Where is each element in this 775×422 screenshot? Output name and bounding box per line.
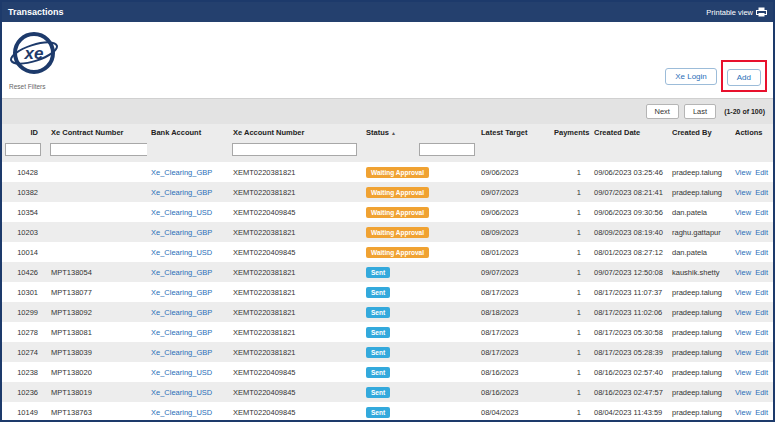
cell-payments: 1 [550, 242, 590, 262]
status-badge: Sent [366, 367, 390, 378]
reset-filters-link[interactable]: Reset Filters [9, 83, 59, 90]
contract-number-filter-input[interactable] [50, 143, 147, 156]
column-header-status[interactable]: Status▲ [362, 124, 477, 141]
pagination-bar: Next Last (1-20 of 100) [2, 98, 773, 124]
cell-payments: 1 [550, 362, 590, 382]
cell-payments: 1 [550, 262, 590, 282]
status-filter-input[interactable] [419, 143, 475, 156]
bank-account-link[interactable]: Xe_Clearing_GBP [147, 282, 229, 302]
id-filter-input[interactable] [5, 143, 41, 156]
status-badge: Sent [366, 407, 390, 418]
table-row: 10203 Xe_Clearing_GBP XEMT0220381821 Wai… [2, 222, 773, 242]
view-link[interactable]: View [735, 328, 751, 337]
view-link[interactable]: View [735, 368, 751, 377]
cell-account-number: XEMT0220409845 [229, 382, 362, 402]
edit-link[interactable]: Edit [755, 188, 768, 197]
cell-status: Sent [362, 342, 477, 362]
edit-link[interactable]: Edit [755, 388, 768, 397]
table-row: 10014 Xe_Clearing_USD XEMT0220409845 Wai… [2, 242, 773, 262]
cell-latest-target: 09/06/2023 [477, 202, 550, 222]
edit-link[interactable]: Edit [755, 168, 768, 177]
bank-account-link[interactable]: Xe_Clearing_USD [147, 362, 229, 382]
cell-status: Sent [362, 262, 477, 282]
bank-account-link[interactable]: Xe_Clearing_USD [147, 402, 229, 422]
bank-account-link[interactable]: Xe_Clearing_GBP [147, 182, 229, 202]
column-header-created-by[interactable]: Created By [668, 124, 731, 141]
view-link[interactable]: View [735, 168, 751, 177]
bank-account-link[interactable]: Xe_Clearing_USD [147, 382, 229, 402]
printable-view-link[interactable]: Printable view [706, 7, 767, 17]
cell-status: Sent [362, 302, 477, 322]
account-number-filter-input[interactable] [232, 143, 357, 156]
cell-latest-target: 09/07/2023 [477, 182, 550, 202]
edit-link[interactable]: Edit [755, 368, 768, 377]
cell-account-number: XEMT0220381821 [229, 182, 362, 202]
cell-contract-number: MPT138054 [47, 262, 147, 282]
cell-actions: ViewEdit [731, 202, 773, 222]
cell-actions: ViewEdit [731, 242, 773, 262]
edit-link[interactable]: Edit [755, 348, 768, 357]
cell-created-date: 08/17/2023 05:28:39 [590, 342, 668, 362]
cell-created-date: 08/04/2023 11:43:59 [590, 402, 668, 422]
cell-id: 10426 [2, 262, 47, 282]
edit-link[interactable]: Edit [755, 248, 768, 257]
column-header-account-number[interactable]: Xe Account Number [229, 124, 362, 141]
edit-link[interactable]: Edit [755, 288, 768, 297]
column-header-actions: Actions [731, 124, 773, 141]
edit-link[interactable]: Edit [755, 328, 768, 337]
cell-created-by: pradeep.talung [668, 342, 731, 362]
view-link[interactable]: View [735, 248, 751, 257]
bank-account-link[interactable]: Xe_Clearing_GBP [147, 262, 229, 282]
view-link[interactable]: View [735, 208, 751, 217]
view-link[interactable]: View [735, 288, 751, 297]
column-header-bank-account[interactable]: Bank Account [147, 124, 229, 141]
cell-created-date: 09/06/2023 03:25:46 [590, 162, 668, 182]
bank-account-link[interactable]: Xe_Clearing_GBP [147, 322, 229, 342]
bank-account-link[interactable]: Xe_Clearing_GBP [147, 222, 229, 242]
bank-account-link[interactable]: Xe_Clearing_GBP [147, 342, 229, 362]
edit-link[interactable]: Edit [755, 228, 768, 237]
view-link[interactable]: View [735, 228, 751, 237]
view-link[interactable]: View [735, 188, 751, 197]
add-button[interactable]: Add [727, 69, 761, 86]
column-header-created-date[interactable]: Created Date [590, 124, 668, 141]
cell-status: Waiting Approval [362, 162, 477, 182]
column-header-contract-number[interactable]: Xe Contract Number [47, 124, 147, 141]
column-header-id[interactable]: ID [2, 124, 47, 141]
last-page-button[interactable]: Last [684, 104, 716, 119]
bank-account-link[interactable]: Xe_Clearing_GBP [147, 302, 229, 322]
cell-id: 10299 [2, 302, 47, 322]
cell-latest-target: 08/16/2023 [477, 362, 550, 382]
edit-link[interactable]: Edit [755, 308, 768, 317]
view-link[interactable]: View [735, 408, 751, 417]
column-header-payments[interactable]: Payments [550, 124, 590, 141]
table-header-row: ID Xe Contract Number Bank Account Xe Ac… [2, 124, 773, 141]
edit-link[interactable]: Edit [755, 268, 768, 277]
view-link[interactable]: View [735, 348, 751, 357]
edit-link[interactable]: Edit [755, 408, 768, 417]
cell-payments: 1 [550, 222, 590, 242]
cell-latest-target: 08/17/2023 [477, 322, 550, 342]
transactions-table: ID Xe Contract Number Bank Account Xe Ac… [2, 124, 773, 422]
bank-account-link[interactable]: Xe_Clearing_USD [147, 202, 229, 222]
view-link[interactable]: View [735, 308, 751, 317]
view-link[interactable]: View [735, 268, 751, 277]
cell-created-by: dan.patela [668, 242, 731, 262]
table-row: 10428 Xe_Clearing_GBP XEMT0220381821 Wai… [2, 162, 773, 182]
cell-id: 10149 [2, 402, 47, 422]
cell-account-number: XEMT0220381821 [229, 222, 362, 242]
bank-account-link[interactable]: Xe_Clearing_USD [147, 242, 229, 262]
cell-actions: ViewEdit [731, 402, 773, 422]
edit-link[interactable]: Edit [755, 208, 768, 217]
view-link[interactable]: View [735, 388, 751, 397]
bank-account-link[interactable]: Xe_Clearing_GBP [147, 162, 229, 182]
column-header-latest-target[interactable]: Latest Target [477, 124, 550, 141]
status-badge: Sent [366, 387, 390, 398]
cell-actions: ViewEdit [731, 342, 773, 362]
cell-id: 10301 [2, 282, 47, 302]
next-page-button[interactable]: Next [646, 104, 679, 119]
cell-latest-target: 08/16/2023 [477, 382, 550, 402]
xe-login-button[interactable]: Xe Login [665, 68, 717, 85]
cell-contract-number: MPT138763 [47, 402, 147, 422]
header-section: xe Reset Filters Xe Login Add [2, 22, 773, 98]
